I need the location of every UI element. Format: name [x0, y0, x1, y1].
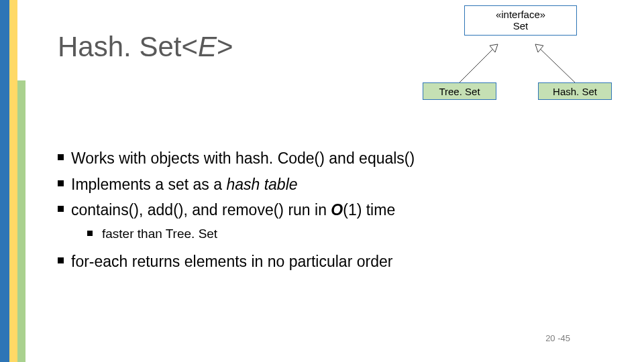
bullet-item: for-each returns elements in no particul…: [58, 250, 624, 274]
treeset-box: Tree. Set: [423, 82, 496, 100]
bullet-text: contains(), add(), and remove() run in: [71, 201, 331, 219]
bullet-emph: hash table: [226, 176, 297, 193]
sub-bullet-text: faster than Tree. Set: [102, 227, 217, 241]
bullet-item: contains(), add(), and remove() run in O…: [58, 198, 624, 243]
bullet-item: Implements a set as a hash table: [58, 173, 624, 196]
bullet-text: (1) time: [343, 201, 395, 219]
accent-stripe-blue: [0, 0, 9, 362]
page-number: 20 -45: [545, 333, 570, 343]
inheritance-arrows: [416, 5, 637, 119]
slide-body: Works with objects with hash. Code() and…: [58, 144, 624, 276]
slide-title: Hash. Set<E>: [58, 31, 233, 63]
title-base: Hash. Set<: [58, 31, 198, 62]
uml-diagram: «interface» Set Tree. Set Hash. Set: [416, 5, 637, 119]
bullet-item: Works with objects with hash. Code() and…: [58, 147, 624, 170]
bullet-text: for-each returns elements in no particul…: [71, 253, 392, 270]
title-tail: >: [217, 31, 233, 62]
svg-line-2: [535, 44, 575, 82]
hashset-box: Hash. Set: [538, 82, 612, 100]
big-o: O: [331, 201, 343, 219]
bullet-text: Implements a set as a: [71, 176, 226, 193]
svg-line-0: [460, 44, 498, 82]
bullet-text: Works with objects with hash. Code() and…: [71, 149, 415, 167]
title-generic: E: [198, 31, 217, 62]
sub-bullet-item: faster than Tree. Set: [87, 225, 624, 244]
